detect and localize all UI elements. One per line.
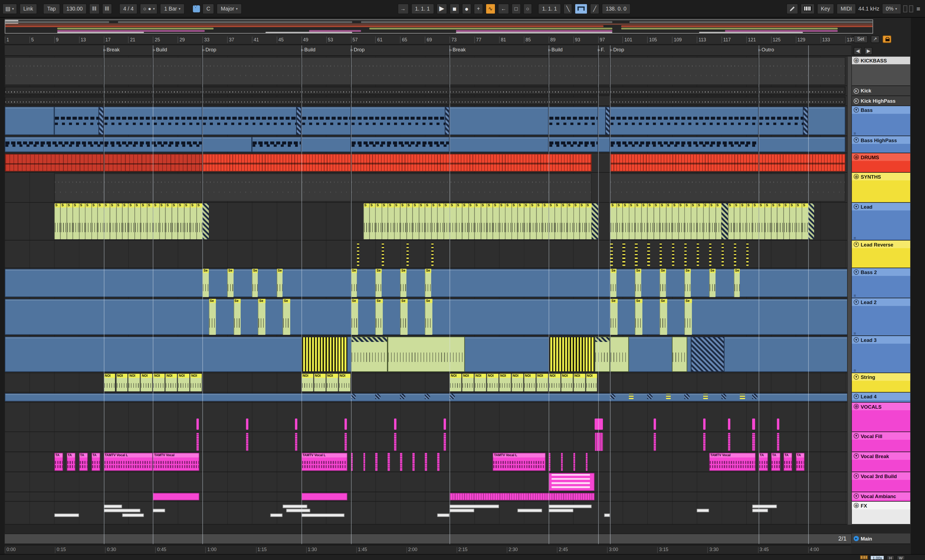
clip-noi[interactable]: NOI bbox=[586, 374, 597, 391]
lane-vocals[interactable] bbox=[5, 403, 851, 432]
clip-drumsA[interactable] bbox=[104, 154, 203, 171]
clip-noi[interactable]: NOI bbox=[326, 374, 337, 391]
clip-pkt[interactable] bbox=[345, 418, 347, 429]
lane-string[interactable]: NOINOINOINOINOINOINOINOINOINOINOINOINOIN… bbox=[5, 373, 851, 393]
clip-wave[interactable] bbox=[153, 97, 203, 105]
clip-gse[interactable]: Se bbox=[258, 299, 265, 335]
clip-gs[interactable]: S bbox=[487, 203, 493, 239]
clip-gdark[interactable] bbox=[449, 57, 548, 85]
locator-drop[interactable]: ▹Drop bbox=[202, 47, 216, 53]
clip-pks[interactable] bbox=[394, 433, 396, 451]
clip-drumsA[interactable] bbox=[5, 154, 104, 171]
clip-wave[interactable] bbox=[759, 97, 845, 105]
clip-ydash[interactable] bbox=[697, 242, 699, 266]
clip-ta[interactable]: TA bbox=[91, 453, 100, 471]
clip-gs[interactable]: S bbox=[97, 203, 104, 239]
clip-wave[interactable] bbox=[153, 87, 203, 95]
clip-gs[interactable]: S bbox=[561, 203, 567, 239]
stop-button[interactable]: ■ bbox=[449, 3, 459, 14]
capture-midi-button[interactable]: ○ bbox=[523, 3, 532, 14]
clip-gdark[interactable] bbox=[301, 57, 351, 85]
clip-ydash[interactable] bbox=[610, 242, 613, 266]
clip-pks[interactable] bbox=[388, 453, 390, 471]
track-fold-icon[interactable]: ◎ bbox=[854, 503, 859, 508]
bar-ruler[interactable]: 1591317212529333741454953576165697377818… bbox=[5, 35, 851, 45]
clip-drumsB[interactable] bbox=[759, 154, 845, 171]
track-header-vocals[interactable]: ◎VOCALS bbox=[852, 403, 910, 432]
lane-kick-highpass[interactable] bbox=[5, 96, 851, 106]
clip-pkt[interactable] bbox=[728, 418, 730, 429]
lane-kick[interactable] bbox=[5, 86, 851, 96]
clip-gse[interactable]: Se bbox=[610, 269, 616, 297]
track-header-bass[interactable]: ▾Bass≡ bbox=[852, 106, 910, 136]
clip-gs[interactable]: S bbox=[629, 203, 635, 239]
clip-gs[interactable]: S bbox=[184, 203, 190, 239]
clip-gs[interactable]: S bbox=[79, 203, 85, 239]
clip-gs[interactable]: S bbox=[672, 203, 678, 239]
clip-hatchT[interactable] bbox=[752, 394, 757, 399]
clip-white[interactable] bbox=[153, 509, 166, 512]
clip-pkt[interactable] bbox=[295, 418, 298, 429]
record-button[interactable]: ● bbox=[462, 3, 472, 14]
lane-lead-reverse[interactable] bbox=[5, 240, 851, 269]
clip-wave[interactable] bbox=[202, 97, 301, 105]
clip-ydash[interactable] bbox=[722, 242, 724, 266]
clip-gs[interactable]: S bbox=[406, 203, 413, 239]
clip-gs[interactable]: S bbox=[54, 203, 60, 239]
clip-blue[interactable] bbox=[301, 137, 351, 152]
clip-ydash[interactable] bbox=[709, 242, 712, 266]
clip-wave[interactable] bbox=[202, 87, 301, 95]
scale-mode-icon[interactable] bbox=[193, 5, 200, 12]
clip-ydash[interactable] bbox=[623, 242, 625, 266]
lane-lead-3[interactable] bbox=[5, 336, 851, 373]
punch-out-button[interactable]: ╱ bbox=[590, 3, 600, 14]
clip-gs[interactable]: S bbox=[777, 203, 783, 239]
clip-noi[interactable]: NOI bbox=[116, 374, 128, 391]
clip-hatch[interactable] bbox=[803, 107, 808, 135]
clip-ta[interactable]: TA bbox=[79, 453, 88, 471]
clip-green2[interactable] bbox=[610, 336, 629, 372]
clip-gs[interactable]: S bbox=[746, 203, 752, 239]
track-header-kick[interactable]: ▸Kick bbox=[852, 86, 910, 96]
clip-ytick[interactable] bbox=[703, 394, 708, 399]
locator-break[interactable]: ▹Break bbox=[449, 47, 466, 53]
clip-bnotes[interactable] bbox=[351, 137, 450, 152]
clip-ydash[interactable] bbox=[635, 242, 637, 266]
clip-bnotes[interactable] bbox=[351, 107, 450, 135]
clip-drumsB[interactable] bbox=[610, 154, 758, 171]
quantize-menu[interactable]: 1 Bar▾ bbox=[160, 3, 185, 14]
clip-gse[interactable]: Se bbox=[709, 269, 716, 297]
follow-button[interactable]: → bbox=[397, 3, 408, 14]
clip-pks[interactable] bbox=[351, 453, 353, 471]
clip-gs[interactable]: S bbox=[709, 203, 716, 239]
clip-gse[interactable]: Se bbox=[685, 299, 692, 335]
track-fold-icon[interactable]: ▾ bbox=[854, 337, 859, 343]
clip-bnotes[interactable] bbox=[104, 107, 203, 135]
clip-pks[interactable] bbox=[425, 453, 427, 471]
clip-pks[interactable] bbox=[413, 453, 414, 471]
loop-length-field[interactable]: 138. 0. 0 bbox=[602, 3, 631, 14]
clip-gse[interactable]: Se bbox=[252, 269, 258, 297]
clip-ta[interactable]: TA bbox=[54, 453, 63, 471]
clip-gs[interactable]: S bbox=[802, 203, 808, 239]
timeline-scrollbar[interactable] bbox=[847, 57, 851, 525]
clip-gs[interactable]: S bbox=[555, 203, 561, 239]
clip-ydash[interactable] bbox=[685, 242, 687, 266]
clip-wave[interactable] bbox=[759, 87, 845, 95]
clip-gse[interactable]: Se bbox=[277, 269, 283, 297]
clip-gs[interactable]: S bbox=[91, 203, 97, 239]
clip-gs[interactable]: S bbox=[141, 203, 147, 239]
scale-name-menu[interactable]: Major▾ bbox=[217, 3, 242, 14]
clip-noi[interactable]: NOI bbox=[301, 374, 313, 391]
clip-gdark[interactable] bbox=[5, 57, 104, 85]
clip-white[interactable] bbox=[449, 504, 499, 508]
clip-gs[interactable]: S bbox=[765, 203, 771, 239]
clip-ydash[interactable] bbox=[406, 242, 409, 266]
clip-wave[interactable] bbox=[104, 87, 153, 95]
clip-noi[interactable]: NOI bbox=[475, 374, 486, 391]
clip-bnotes[interactable] bbox=[759, 107, 808, 135]
set-locator-button[interactable]: Set bbox=[854, 35, 868, 43]
clip-ghat[interactable] bbox=[595, 336, 610, 372]
clip-pks[interactable] bbox=[777, 433, 779, 451]
track-header-main[interactable]: ▸ Main bbox=[852, 533, 910, 544]
